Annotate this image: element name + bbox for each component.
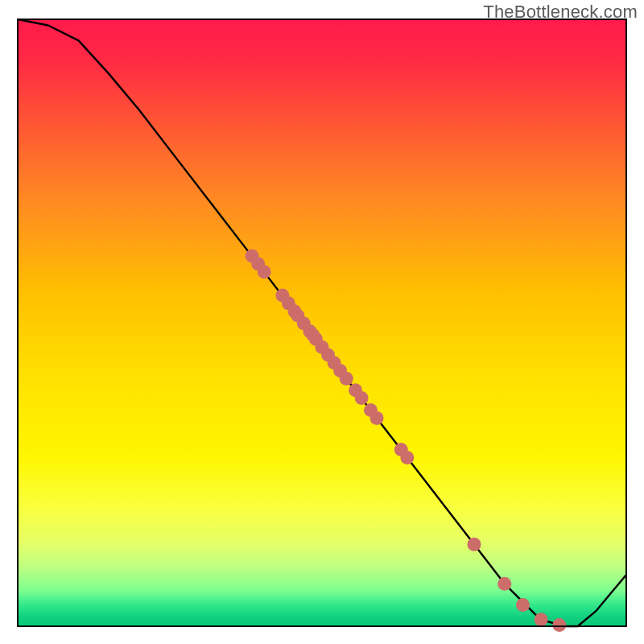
data-marker — [552, 618, 566, 632]
bottleneck-chart: TheBottleneck.com — [0, 0, 644, 644]
data-marker — [340, 372, 353, 386]
svg-rect-0 — [18, 19, 626, 626]
data-marker — [355, 391, 369, 405]
data-marker — [535, 613, 548, 626]
attribution-label: TheBottleneck.com — [483, 2, 638, 23]
data-marker — [468, 538, 481, 551]
chart-canvas — [0, 0, 644, 644]
data-marker — [497, 577, 511, 591]
data-marker — [516, 598, 530, 612]
data-marker — [258, 265, 271, 279]
data-marker — [400, 451, 414, 464]
data-marker — [370, 411, 384, 425]
